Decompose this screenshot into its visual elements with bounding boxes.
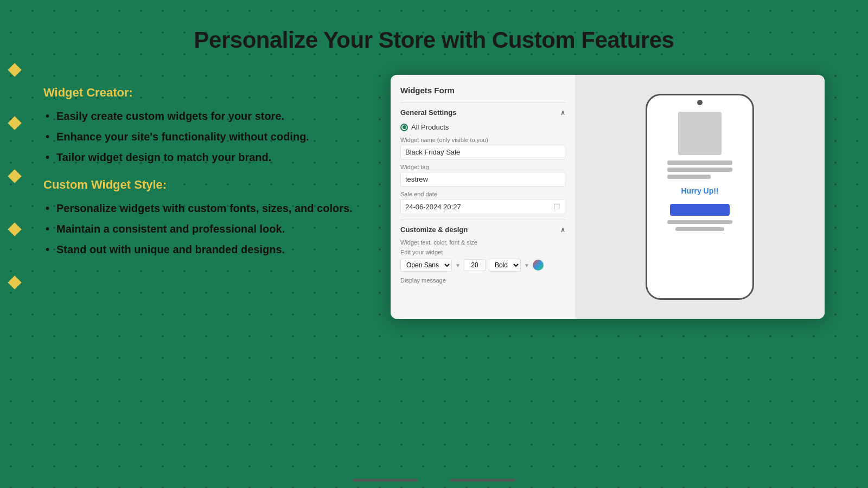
phone-product-image bbox=[678, 112, 722, 155]
radio-all-products[interactable]: All Products bbox=[400, 123, 565, 131]
calendar-icon: ☐ bbox=[553, 202, 560, 211]
widget-name-label: Widget name (only visible to you) bbox=[400, 137, 565, 143]
widget-tag-input[interactable]: testrew bbox=[400, 172, 565, 187]
list-item: Maintain a consistent and professional l… bbox=[43, 221, 358, 236]
diamond-4 bbox=[8, 222, 21, 236]
widget-name-input[interactable]: Black Friday Sale bbox=[400, 145, 565, 159]
section2-title: Custom Widget Style: bbox=[43, 178, 358, 192]
phone-button bbox=[670, 204, 730, 216]
font-size-input[interactable] bbox=[464, 259, 486, 271]
radio-label: All Products bbox=[411, 123, 449, 131]
customize-chevron: ∧ bbox=[560, 226, 565, 234]
phone-line2 bbox=[667, 220, 732, 224]
sale-end-label: Sale end date bbox=[400, 191, 565, 197]
general-settings-label: General Settings bbox=[400, 108, 456, 117]
font-weight-select[interactable]: Bold bbox=[489, 259, 521, 272]
left-section: Widget Creator: Easily create custom wid… bbox=[43, 75, 358, 262]
widget-text-label: Widget text, color, font & size bbox=[400, 239, 565, 246]
phone-preview-panel: Hurry Up!! bbox=[575, 75, 825, 319]
diamond-2 bbox=[8, 116, 21, 130]
edit-label: Edit your widget bbox=[400, 249, 565, 255]
page-title: Personalize Your Store with Custom Featu… bbox=[0, 27, 868, 53]
chevron-down-icon: ▼ bbox=[455, 262, 461, 268]
section1-list: Easily create custom widgets for your st… bbox=[43, 108, 358, 165]
sale-end-date-input[interactable]: 24-06-2024 20:27 ☐ bbox=[400, 199, 565, 214]
widget-form-panel: Widgets Form General Settings ∧ All Prod… bbox=[391, 75, 575, 319]
chevron-down-icon2: ▼ bbox=[524, 262, 529, 268]
list-item: Tailor widget design to match your brand… bbox=[43, 150, 358, 165]
phone-notch bbox=[697, 100, 703, 105]
list-item: Personalize widgets with custom fonts, s… bbox=[43, 201, 358, 216]
right-section: Widgets Form General Settings ∧ All Prod… bbox=[391, 75, 825, 319]
phone-text-line-1 bbox=[667, 160, 732, 165]
general-settings-header[interactable]: General Settings ∧ bbox=[400, 102, 565, 117]
section2-list: Personalize widgets with custom fonts, s… bbox=[43, 201, 358, 257]
color-picker-icon[interactable] bbox=[533, 260, 544, 271]
bottom-bar bbox=[0, 479, 868, 488]
radio-inner bbox=[403, 125, 406, 129]
font-select[interactable]: Open Sans bbox=[400, 259, 452, 272]
bottom-bar-line-1 bbox=[353, 479, 418, 481]
diamond-1 bbox=[8, 63, 21, 76]
radio-button[interactable] bbox=[400, 124, 408, 131]
diamond-5 bbox=[8, 275, 21, 289]
display-message-label: Display message bbox=[400, 277, 565, 284]
content-wrapper: Personalize Your Store with Custom Featu… bbox=[0, 0, 868, 488]
customize-design-header[interactable]: Customize & design ∧ bbox=[400, 220, 565, 234]
phone-text-line-2 bbox=[667, 168, 732, 172]
header: Personalize Your Store with Custom Featu… bbox=[0, 0, 868, 64]
phone-text-line-3 bbox=[667, 175, 711, 179]
list-item: Easily create custom widgets for your st… bbox=[43, 108, 358, 124]
bottom-bar-line-2 bbox=[450, 479, 515, 481]
list-item: Stand out with unique and branded design… bbox=[43, 242, 358, 257]
general-settings-chevron: ∧ bbox=[560, 109, 565, 117]
widget-form-title: Widgets Form bbox=[400, 86, 565, 95]
phone-line3 bbox=[675, 227, 724, 231]
phone-text-lines bbox=[667, 160, 732, 179]
hurry-up-text: Hurry Up!! bbox=[681, 187, 718, 195]
phone-frame: Hurry Up!! bbox=[646, 94, 754, 300]
diamond-3 bbox=[8, 169, 21, 183]
diamond-decorations bbox=[10, 65, 20, 287]
main-layout: Widget Creator: Easily create custom wid… bbox=[0, 64, 868, 319]
section1-title: Widget Creator: bbox=[43, 86, 358, 100]
widget-tag-label: Widget tag bbox=[400, 164, 565, 170]
customize-label: Customize & design bbox=[400, 226, 468, 234]
sale-end-value: 24-06-2024 20:27 bbox=[405, 203, 461, 211]
editor-row: Open Sans ▼ Bold ▼ bbox=[400, 259, 565, 272]
list-item: Enhance your site's functionality withou… bbox=[43, 129, 358, 144]
